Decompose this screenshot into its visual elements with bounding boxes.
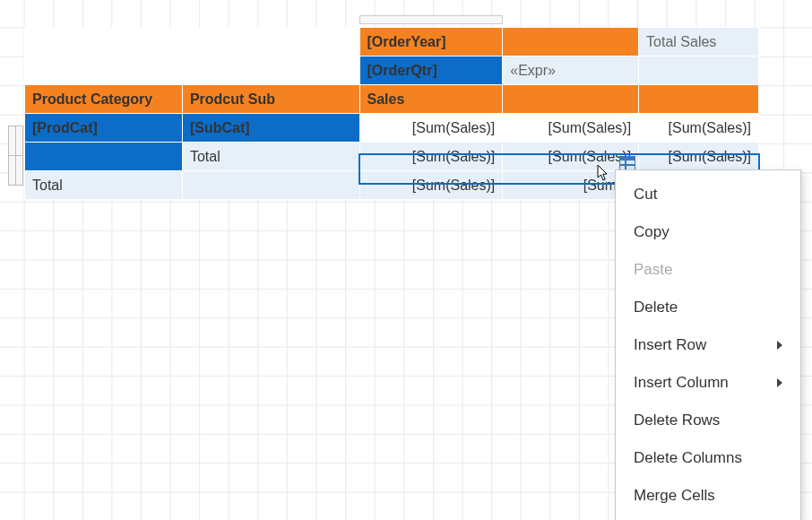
cell-blank-2[interactable] xyxy=(182,28,359,56)
row-handle-inner-2[interactable] xyxy=(15,155,23,186)
cell-prodcat[interactable]: [ProdCat] xyxy=(25,114,183,143)
menu-cut[interactable]: Cut xyxy=(616,176,800,213)
row-handle-inner-1[interactable] xyxy=(15,126,23,156)
cell-sum-1[interactable]: [Sum(Sales)] xyxy=(359,114,503,143)
cell-blank-3[interactable] xyxy=(25,56,183,85)
cell-orderqtr[interactable]: [OrderQtr] xyxy=(359,56,503,85)
menu-delete-rows[interactable]: Delete Rows xyxy=(616,402,800,439)
cell-sum-3[interactable]: [Sum(Sales)] xyxy=(639,114,759,143)
menu-merge-cells[interactable]: Merge Cells xyxy=(616,477,800,515)
cell-blank-5[interactable] xyxy=(639,56,759,85)
subtotal-text: Total xyxy=(190,149,220,164)
cell-grandtotal-label[interactable]: Total xyxy=(25,171,183,200)
cell-sum-sub-2[interactable]: [Sum(Sales)] xyxy=(503,143,639,171)
chevron-right-icon xyxy=(777,378,782,387)
cell-sales-hdr[interactable]: Sales xyxy=(359,85,503,114)
cell-sales-hdr-3[interactable] xyxy=(639,85,759,114)
menu-insert-row[interactable]: Insert Row xyxy=(616,326,800,364)
cell-prodcat-hdr[interactable]: Product Category xyxy=(25,85,183,114)
menu-insert-column-label: Insert Column xyxy=(634,374,729,392)
grandtotal-text: Total xyxy=(32,178,63,193)
menu-delete-columns[interactable]: Delete Columns xyxy=(616,439,800,477)
menu-cut-label: Cut xyxy=(634,186,657,204)
menu-paste: Paste xyxy=(616,251,800,289)
field-selector-icon[interactable] xyxy=(619,156,635,170)
menu-copy[interactable]: Copy xyxy=(616,213,800,251)
menu-delete[interactable]: Delete xyxy=(616,289,800,326)
context-menu: Cut Copy Paste Delete Insert Row Insert … xyxy=(615,169,801,520)
menu-delete-rows-label: Delete Rows xyxy=(634,412,720,429)
cell-blank-1[interactable] xyxy=(25,28,183,56)
cell-blank-4[interactable] xyxy=(182,56,359,85)
cell-sum-sub-3[interactable]: [Sum(Sales)] xyxy=(639,143,759,171)
cell-subtotal-label[interactable]: Total xyxy=(182,143,359,171)
menu-copy-label: Copy xyxy=(634,223,669,241)
menu-insert-column[interactable]: Insert Column xyxy=(616,364,800,402)
menu-paste-label: Paste xyxy=(634,261,672,279)
menu-delete-columns-label: Delete Columns xyxy=(634,449,742,467)
cell-totalsales-label: Total Sales xyxy=(646,34,716,49)
cell-sum-g1[interactable]: [Sum(Sales)] xyxy=(359,171,503,200)
cell-sales-hdr-2[interactable] xyxy=(503,85,639,114)
cell-sum-sub-1[interactable]: [Sum(Sales)] xyxy=(359,143,503,171)
cell-prodsub-hdr[interactable]: Prodcut Sub xyxy=(182,85,359,114)
menu-delete-label: Delete xyxy=(634,299,678,316)
cell-orderyear[interactable]: [OrderYear] xyxy=(359,28,503,56)
cell-grandtotal-blank[interactable] xyxy=(182,171,359,200)
cell-orderyear-span[interactable] xyxy=(503,28,639,56)
column-handle[interactable] xyxy=(359,15,503,24)
cell-expr[interactable]: «Expr» xyxy=(503,56,639,85)
menu-merge-cells-label: Merge Cells xyxy=(634,487,715,505)
menu-insert-row-label: Insert Row xyxy=(634,336,706,354)
cell-subcat[interactable]: [SubCat] xyxy=(182,114,359,143)
chevron-right-icon xyxy=(777,341,782,350)
cell-totalsales-hdr[interactable]: Total Sales xyxy=(639,28,759,56)
cell-sum-2[interactable]: [Sum(Sales)] xyxy=(503,114,639,143)
cell-expr-label: «Expr» xyxy=(510,63,556,78)
cell-prodcat-span[interactable] xyxy=(25,143,183,171)
